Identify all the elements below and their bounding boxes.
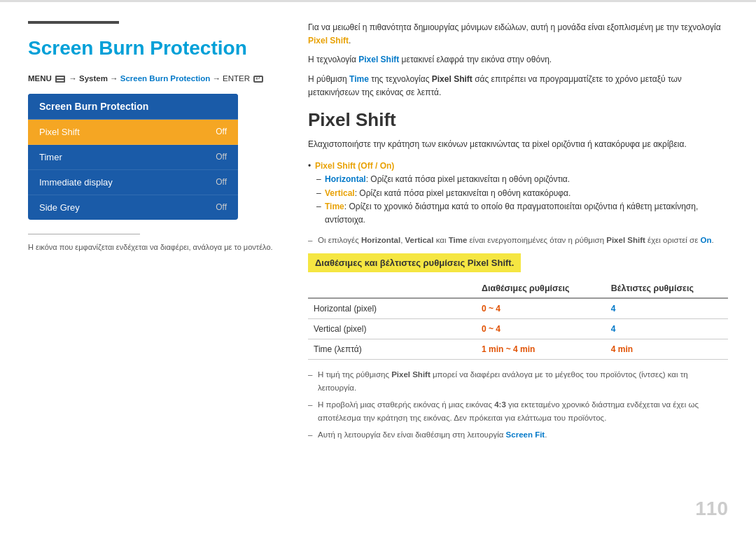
left-column: Screen Burn Protection MENU → System → S… <box>28 21 280 520</box>
menu-label: MENU <box>28 74 52 83</box>
row-label-horizontal: Horizontal (pixel) <box>308 298 476 319</box>
panel-item-value: Off <box>216 177 227 187</box>
panel-item-label: Pixel Shift <box>39 127 80 137</box>
panel-item-pixel-shift[interactable]: Pixel Shift Off <box>28 120 238 145</box>
pixel-shift-table: Διαθέσιμες ρυθμίσεις Βέλτιστες ρυθμίσεις… <box>308 279 728 360</box>
panel-item-side-grey[interactable]: Side Grey Off <box>28 195 238 220</box>
intro-line-3: Η ρύθμιση Time της τεχνολογίας Pixel Shi… <box>308 73 728 99</box>
row-range-vertical: 0 ~ 4 <box>476 319 606 339</box>
bottom-note-1: Η τιμή της ρύθμισης Pixel Shift μπορεί ν… <box>308 368 728 394</box>
bullet-label: Pixel Shift (Off / On) <box>315 161 394 171</box>
row-label-vertical: Vertical (pixel) <box>308 319 476 339</box>
sub-list: Horizontal: Ορίζει κατά πόσα pixel μετακ… <box>315 173 728 227</box>
menu-screen-burn: Screen Burn Protection <box>120 74 210 83</box>
intro-line-1: Για να μειωθεί η πιθανότητα δημιουργίας … <box>308 21 728 48</box>
panel-item-label: Immediate display <box>39 177 113 188</box>
enter-icon <box>253 76 263 83</box>
footnote-divider <box>28 234 140 234</box>
col-header-available: Διαθέσιμες ρυθμίσεις <box>476 279 606 298</box>
section-title: Pixel Shift <box>308 109 728 131</box>
row-range-time: 1 min ~ 4 min <box>476 339 606 360</box>
table-row-time: Time (λεπτά) 1 min ~ 4 min 4 min <box>308 339 728 360</box>
intro-line-2: Η τεχνολογία Pixel Shift μετακινεί ελαφρ… <box>308 53 728 66</box>
col-header-label <box>308 279 476 298</box>
bullet-item-pixel-shift: Pixel Shift (Off / On) Horizontal: Ορίζε… <box>315 160 728 227</box>
table-header-box: Διαθέσιμες και βέλτιστες ρυθμίσεις Pixel… <box>308 253 521 272</box>
table-row-vertical: Vertical (pixel) 0 ~ 4 4 <box>308 319 728 339</box>
panel-header: Screen Burn Protection <box>28 94 238 120</box>
row-range-horizontal: 0 ~ 4 <box>476 298 606 319</box>
section-top-border <box>28 21 119 24</box>
page-title: Screen Burn Protection <box>28 36 280 60</box>
panel-item-value: Off <box>216 127 227 136</box>
sub-item-horizontal: Horizontal: Ορίζει κατά πόσα pixel μετακ… <box>325 173 728 186</box>
panel-item-value: Off <box>216 202 227 212</box>
table-row-horizontal: Horizontal (pixel) 0 ~ 4 4 <box>308 298 728 319</box>
panel-item-immediate[interactable]: Immediate display Off <box>28 170 238 195</box>
row-label-time: Time (λεπτά) <box>308 339 476 360</box>
sub-item-time: Time: Ορίζει το χρονικό διάστημα κατά το… <box>325 200 728 227</box>
panel-item-value: Off <box>216 152 227 162</box>
section-desc: Ελαχιστοποιήστε την κράτηση των εικόνων … <box>308 138 728 151</box>
menu-icon <box>55 76 65 83</box>
ui-panel: Screen Burn Protection Pixel Shift Off T… <box>28 94 238 220</box>
bottom-note-3: Αυτή η λειτουργία δεν είναι διαθέσιμη στ… <box>308 428 728 441</box>
sub-item-vertical: Vertical: Ορίζει κατά πόσα pixel μετακιν… <box>325 187 728 200</box>
menu-path: MENU → System → Screen Burn Protection →… <box>28 74 280 83</box>
bottom-note-2: Η προβολή μιας σταθερής εικόνας ή μιας ε… <box>308 398 728 424</box>
col-header-best: Βέλτιστες ρυθμίσεις <box>606 279 728 298</box>
panel-item-label: Timer <box>39 152 62 162</box>
row-best-vertical: 4 <box>606 319 728 339</box>
bullet-list: Pixel Shift (Off / On) Horizontal: Ορίζε… <box>308 160 728 227</box>
panel-item-label: Side Grey <box>39 202 80 213</box>
page-number: 110 <box>695 498 728 520</box>
row-best-time: 4 min <box>606 339 728 360</box>
top-rule <box>0 0 756 2</box>
left-footnote: Η εικόνα που εμφανίζεται ενδέχεται να δι… <box>28 241 280 253</box>
panel-item-timer[interactable]: Timer Off <box>28 145 238 170</box>
row-best-horizontal: 4 <box>606 298 728 319</box>
menu-system: System <box>79 74 108 83</box>
bottom-notes: Η τιμή της ρύθμισης Pixel Shift μπορεί ν… <box>308 368 728 441</box>
right-column: Για να μειωθεί η πιθανότητα δημιουργίας … <box>308 21 728 520</box>
options-note: Οι επιλογές Horizontal, Vertical και Tim… <box>308 234 728 246</box>
